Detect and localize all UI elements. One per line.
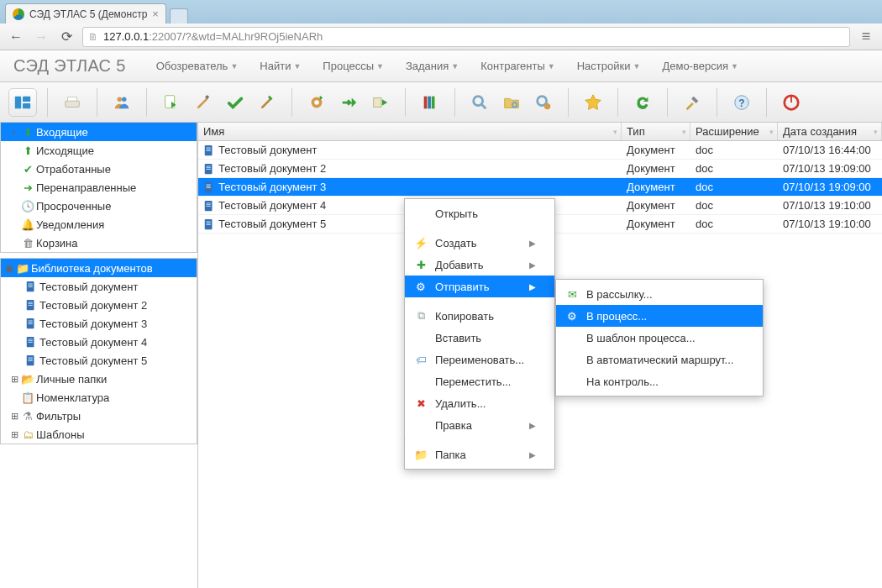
sidebar-item-processed[interactable]: ·✔Отработанные — [1, 160, 197, 178]
sidebar-item-doc[interactable]: Тестовый документ 4 — [1, 333, 197, 351]
sidebar-item-doc[interactable]: Тестовый документ 2 — [1, 296, 197, 314]
context-menu: Открыть ⚡Создать▶ ✚Добавить▶ ⚙Отправить▶… — [404, 198, 555, 470]
filter-icon: ⚗ — [21, 409, 34, 423]
close-tab-icon[interactable]: × — [152, 8, 159, 20]
sign-button[interactable] — [253, 88, 281, 117]
edit-pen-button[interactable] — [189, 88, 218, 117]
menu-browser[interactable]: Обозреватель▼ — [156, 60, 239, 72]
sidebar-item-overdue[interactable]: ·🕓Просроченные — [1, 197, 197, 215]
favorite-button[interactable] — [579, 88, 607, 117]
menu-contractors[interactable]: Контрагенты▼ — [480, 60, 554, 72]
menu-settings[interactable]: Настройки▼ — [577, 60, 641, 72]
copy-icon: ⧉ — [413, 309, 428, 323]
url-path: :22007/?&wtd=MALhr9ROj5ieNARh — [149, 30, 323, 43]
menu-tasks[interactable]: Задания▼ — [406, 60, 459, 72]
table-row[interactable]: Тестовый документ Документ doc 07/10/13 … — [198, 141, 882, 160]
submenu-arrow-icon: ▶ — [529, 282, 536, 291]
sidebar-item-incoming[interactable]: ▪⬇Входящие — [1, 123, 197, 141]
separator — [405, 228, 406, 228]
gear-icon: ⚙ — [413, 281, 428, 293]
sidebar-item-forwarded[interactable]: ·➜Перенаправленные — [1, 178, 197, 197]
expand-icon[interactable]: ⊞ — [9, 411, 19, 422]
delete-icon: ✖ — [413, 397, 428, 410]
view-panes-button[interactable] — [8, 88, 37, 117]
tools-button[interactable] — [678, 88, 706, 117]
gear-icon: ⚙ — [564, 310, 580, 323]
ctx-add[interactable]: ✚Добавить▶ — [405, 254, 554, 276]
document-grid: Имя▾ Тип▾ Расширение▾ Дата создания▾ Тес… — [198, 123, 882, 588]
collapse-icon[interactable]: ▪ — [9, 127, 19, 137]
tab-title: СЭД ЭTЛАС 5 (Демонстр — [29, 8, 147, 20]
address-bar[interactable]: 🗎 127.0.0.1:22007/?&wtd=MALhr9ROj5ieNARh — [82, 27, 850, 47]
sub-ptemplate[interactable]: В шаблон процесса... — [556, 327, 763, 349]
bell-icon: 🔔 — [21, 218, 34, 231]
ctx-copy[interactable]: ⧉Копировать — [405, 305, 554, 327]
sidebar-item-library[interactable]: ▣📁Библиотека документов — [1, 259, 197, 277]
sidebar-item-personal[interactable]: ⊞📂Личные папки — [1, 370, 197, 388]
sidebar-item-doc[interactable]: Тестовый документ 5 — [1, 351, 197, 370]
forward-green-button[interactable] — [334, 88, 363, 117]
books-button[interactable] — [416, 88, 444, 117]
menu-processes[interactable]: Процессы▼ — [323, 60, 384, 72]
table-row[interactable]: Тестовый документ 2 Документ doc 07/10/1… — [198, 160, 882, 178]
sidebar-item-doc[interactable]: Тестовый документ — [1, 277, 197, 296]
users-button[interactable] — [108, 88, 136, 117]
page-icon: 🗎 — [88, 31, 98, 43]
scanner-button[interactable] — [58, 88, 87, 117]
sub-control[interactable]: На контроль... — [556, 370, 763, 392]
search-folder-button[interactable] — [497, 88, 526, 117]
expand-icon[interactable]: ⊞ — [9, 374, 19, 385]
doc-icon — [203, 163, 215, 175]
forward-next-button[interactable] — [366, 88, 395, 117]
doc-icon — [24, 317, 38, 330]
ctx-paste[interactable]: Вставить — [405, 327, 554, 349]
ctx-folder[interactable]: 📁Папка▶ — [405, 444, 554, 465]
sidebar-item-outgoing[interactable]: ·⬆Исходящие — [1, 141, 197, 160]
sidebar-item-nomen[interactable]: ·📋Номенклатура — [1, 388, 197, 407]
sidebar-item-notifications[interactable]: ·🔔Уведомления — [1, 215, 197, 234]
expand-icon[interactable]: ⊞ — [9, 429, 19, 440]
ctx-delete[interactable]: ✖Удалить... — [405, 392, 554, 414]
sub-process[interactable]: ⚙В процесс... — [556, 305, 763, 327]
send-doc-button[interactable] — [157, 88, 186, 117]
svg-point-19 — [474, 96, 483, 105]
table-row[interactable]: Тестовый документ 3 Документ doc 07/10/1… — [198, 178, 882, 197]
col-ext[interactable]: Расширение▾ — [690, 123, 778, 140]
new-tab-button[interactable] — [170, 8, 188, 24]
ctx-move[interactable]: Переместить... — [405, 370, 554, 392]
sort-icon: ▾ — [769, 128, 774, 136]
sidebar-item-filters[interactable]: ⊞⚗Фильтры — [1, 407, 197, 425]
approve-button[interactable] — [221, 88, 249, 117]
back-button[interactable]: ← — [7, 28, 25, 46]
gear-new-button[interactable] — [302, 88, 331, 117]
refresh-button[interactable] — [628, 88, 657, 117]
ctx-edit[interactable]: Правка▶ — [405, 414, 554, 436]
sub-autoroute[interactable]: В автоматический маршрут... — [556, 349, 763, 370]
ctx-open[interactable]: Открыть — [405, 202, 554, 224]
browser-tab[interactable]: СЭД ЭTЛАС 5 (Демонстр × — [5, 3, 166, 24]
power-button[interactable] — [777, 88, 806, 117]
sidebar-item-templates[interactable]: ⊞🗂Шаблоны — [1, 425, 197, 444]
ctx-send[interactable]: ⚙Отправить▶ — [405, 276, 554, 297]
browser-tab-strip: СЭД ЭTЛАС 5 (Демонстр × — [0, 0, 882, 24]
svg-rect-12 — [205, 94, 209, 98]
ctx-rename[interactable]: 🏷Переименовать... — [405, 349, 554, 370]
template-icon: 🗂 — [21, 428, 34, 441]
forward-button[interactable]: → — [32, 28, 50, 46]
help-button[interactable]: ? — [727, 88, 756, 117]
col-name[interactable]: Имя▾ — [198, 123, 622, 140]
search-button[interactable] — [465, 88, 494, 117]
doc-icon — [24, 354, 38, 367]
col-date[interactable]: Дата создания▾ — [778, 123, 882, 140]
search-settings-button[interactable] — [529, 88, 558, 117]
ctx-create[interactable]: ⚡Создать▶ — [405, 232, 554, 254]
col-type[interactable]: Тип▾ — [622, 123, 690, 140]
sub-mailing[interactable]: ✉В рассылку... — [556, 283, 763, 305]
browser-menu-button[interactable]: ≡ — [857, 28, 875, 46]
menu-find[interactable]: Найти▼ — [260, 60, 301, 72]
sidebar-item-doc[interactable]: Тестовый документ 3 — [1, 314, 197, 333]
menu-demo[interactable]: Демо-версия▼ — [662, 60, 738, 72]
reload-button[interactable]: ⟳ — [57, 28, 76, 46]
sidebar-item-trash[interactable]: ·🗑Корзина — [1, 234, 197, 252]
collapse-icon[interactable]: ▣ — [4, 263, 14, 274]
